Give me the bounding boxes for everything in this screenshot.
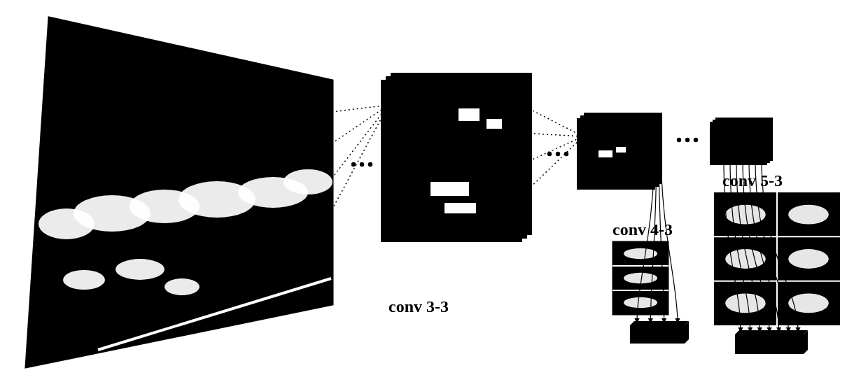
svg-point-36 <box>624 248 657 259</box>
feature-map-conv-5-3 <box>710 118 772 164</box>
svg-line-1 <box>332 105 388 112</box>
svg-rect-10 <box>486 119 502 129</box>
svg-point-29 <box>547 152 552 156</box>
svg-rect-22 <box>616 147 626 153</box>
svg-point-47 <box>788 293 829 313</box>
input-image-shape <box>284 169 332 194</box>
svg-rect-11 <box>430 182 469 196</box>
svg-point-27 <box>360 162 364 167</box>
svg-point-26 <box>351 162 356 167</box>
svg-rect-12 <box>444 203 476 213</box>
svg-rect-21 <box>598 150 612 157</box>
svg-point-30 <box>556 152 560 156</box>
classifier-block-conv-4-3 <box>630 321 689 344</box>
svg-marker-55 <box>735 330 808 334</box>
ellipsis-icon <box>677 138 698 142</box>
svg-point-34 <box>694 138 698 142</box>
diagram-canvas: conv 3-3 conv 4-3 conv 5-3 <box>0 0 868 389</box>
classifier-block-conv-5-3 <box>735 330 808 354</box>
ellipsis-icon <box>547 152 568 156</box>
svg-point-43 <box>788 205 829 225</box>
input-image-shape <box>164 278 200 295</box>
svg-rect-25 <box>710 122 766 164</box>
label-conv-4-3: conv 4-3 <box>612 220 673 239</box>
svg-point-46 <box>725 293 766 313</box>
svg-marker-56 <box>804 330 808 354</box>
label-conv-5-3: conv 5-3 <box>722 171 783 190</box>
ellipsis-icon <box>351 162 372 167</box>
feature-map-conv-4-3 <box>578 113 662 189</box>
svg-point-28 <box>368 162 372 167</box>
svg-rect-8 <box>382 80 522 241</box>
svg-point-31 <box>564 152 568 156</box>
svg-point-40 <box>624 297 657 308</box>
svg-rect-9 <box>458 108 479 121</box>
svg-rect-54 <box>735 334 804 354</box>
svg-line-3 <box>332 105 388 178</box>
svg-line-4 <box>332 105 388 210</box>
input-image-shape <box>115 259 164 280</box>
feature-map-conv-3-3 <box>382 73 531 241</box>
svg-rect-20 <box>578 119 654 189</box>
input-image-shape <box>63 270 105 290</box>
svg-marker-52 <box>630 321 689 325</box>
svg-rect-51 <box>630 325 685 344</box>
svg-point-45 <box>788 249 829 269</box>
label-conv-3-3: conv 3-3 <box>388 297 449 316</box>
roi-panel-conv-5-3 <box>714 192 840 325</box>
svg-point-32 <box>677 138 681 142</box>
roi-panel-conv-4-3 <box>612 241 668 315</box>
svg-point-33 <box>685 138 690 142</box>
